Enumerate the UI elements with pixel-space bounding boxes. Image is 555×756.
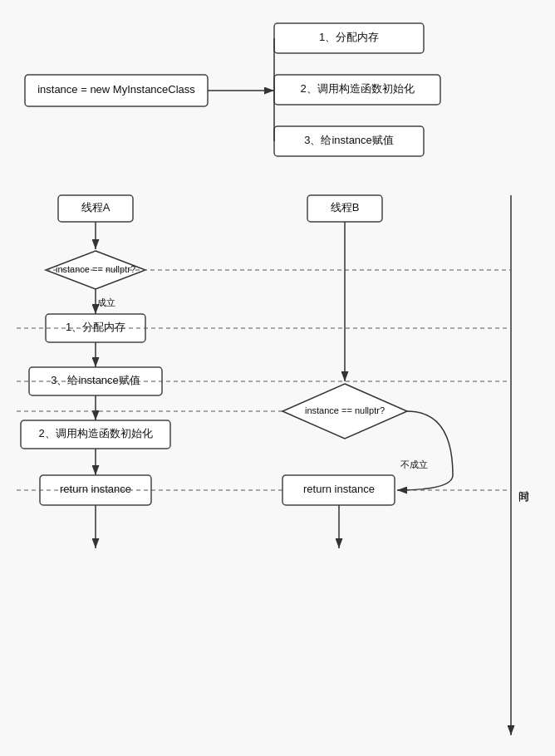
time-label: 时间: [519, 491, 530, 502]
step2-box-label: 2、调用构造函数初始化: [38, 427, 152, 439]
step1-box-label: 1、分配内存: [66, 321, 125, 333]
step2-label: 2、调用构造函数初始化: [300, 82, 414, 95]
return-b-label: return instance: [303, 483, 375, 495]
step3-label: 3、给instance赋值: [304, 134, 394, 146]
bu-cheng-li-label: 不成立: [400, 459, 428, 469]
diagram-container: instance = new MyInstanceClass 1、分配内存 2、…: [0, 0, 555, 756]
check-null-b-label: instance == nullptr?: [305, 405, 385, 415]
thread-a-label: 线程A: [81, 201, 111, 214]
return-a-label: return instance: [60, 483, 131, 495]
step3-box-label: 3、给instance赋值: [51, 374, 140, 386]
cheng-li-label: 成立: [97, 297, 115, 307]
thread-b-label: 线程B: [331, 201, 360, 214]
step1-label: 1、分配内存: [319, 31, 379, 43]
check-null-a-label: instance == nullptr?: [56, 264, 135, 274]
main-box-label: instance = new MyInstanceClass: [37, 83, 195, 96]
